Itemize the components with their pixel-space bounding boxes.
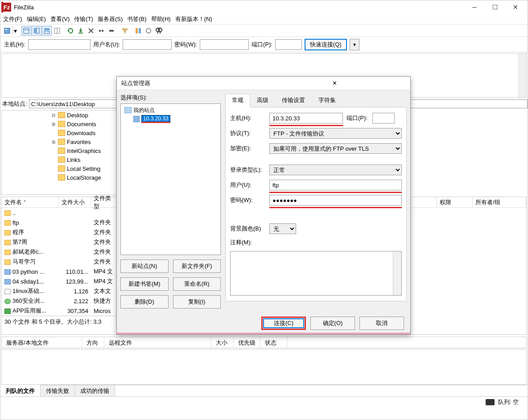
reconnect-icon[interactable] — [107, 26, 116, 36]
minimize-button[interactable]: ─ — [464, 0, 485, 14]
maximize-button[interactable]: ☐ — [485, 0, 505, 14]
compare-icon[interactable] — [133, 26, 143, 36]
menu-transfer[interactable]: 传输(T) — [74, 15, 93, 23]
sm-host-input[interactable] — [269, 113, 343, 124]
disconnect-icon[interactable] — [96, 26, 106, 36]
sm-pass-label: 密码(W): — [230, 196, 266, 204]
toggle-tree-icon[interactable] — [32, 26, 41, 36]
cancel-button[interactable]: 取消 — [359, 317, 404, 330]
tab-failed[interactable]: 传输失败 — [41, 385, 75, 396]
sync-icon[interactable] — [144, 26, 153, 36]
sm-port-input[interactable] — [372, 113, 395, 124]
sm-comments-input[interactable] — [230, 251, 402, 296]
queue-header: 服务器/本地文件 方向 远程文件 大小 优先级 状态 — [1, 337, 527, 348]
tree-item[interactable]: Downloads — [67, 130, 95, 136]
new-folder-button[interactable]: 新文件夹(F) — [173, 259, 221, 273]
menu-file[interactable]: 文件(F) — [3, 15, 22, 23]
copy-button[interactable]: 复制(I) — [173, 295, 221, 309]
password-input[interactable] — [200, 39, 249, 50]
sm-port-label: 端口(P): — [346, 114, 369, 122]
sm-pass-input[interactable] — [269, 195, 402, 206]
close-button[interactable]: ✕ — [505, 0, 526, 14]
sm-proto-select[interactable]: FTP - 文件传输协议 — [269, 128, 402, 139]
tree-item[interactable]: Favorites — [67, 139, 91, 145]
tree-item[interactable]: Documents — [67, 121, 96, 128]
new-bookmark-button[interactable]: 新建书签(M) — [120, 277, 169, 291]
svg-rect-11 — [99, 30, 101, 32]
quickconnect-bar: 主机(H): 用户名(U): 密码(W): 端口(P): 快速连接(Q) ▾ — [0, 37, 528, 52]
svg-rect-18 — [139, 28, 141, 33]
app-title: FileZilla — [14, 4, 464, 11]
tree-item[interactable]: IntelGraphics — [67, 148, 101, 154]
sites-root[interactable]: 我的站点 — [133, 107, 155, 114]
col-owner[interactable]: 所有者/组 — [473, 197, 526, 207]
sm-user-input[interactable] — [269, 180, 402, 190]
menu-server[interactable]: 服务器(S) — [98, 15, 123, 23]
qcol-dir[interactable]: 方向 — [82, 337, 104, 348]
site-tree[interactable]: 我的站点 10.3.20.33 — [120, 103, 221, 255]
qcol-server[interactable]: 服务器/本地文件 — [2, 337, 82, 348]
folder-icon — [58, 112, 65, 118]
folder-icon — [58, 165, 65, 172]
col-size[interactable]: 文件大小 — [59, 197, 91, 207]
qcol-pri[interactable]: 优先级 — [234, 337, 260, 348]
site-manager-icon[interactable] — [2, 26, 12, 36]
tab-transfer[interactable]: 传输设置 — [275, 94, 312, 107]
svg-rect-1 — [5, 29, 7, 30]
menu-bookmarks[interactable]: 书签(B) — [127, 15, 146, 23]
toggle-queue-icon[interactable] — [42, 26, 52, 36]
rename-button[interactable]: 重命名(R) — [173, 277, 221, 291]
menu-edit[interactable]: 编辑(E) — [27, 15, 46, 23]
tree-item[interactable]: Desktop — [67, 112, 88, 119]
tree-item[interactable]: Local Setting — [67, 165, 100, 172]
tab-general[interactable]: 常规 — [225, 94, 250, 107]
local-tree[interactable]: ⊟Desktop ⊞Documents Downloads ⊞Favorites… — [1, 110, 117, 195]
col-filename[interactable]: 文件名 ˄ — [2, 197, 59, 207]
queue-body[interactable] — [1, 349, 527, 385]
tree-item[interactable]: Links — [67, 156, 80, 163]
port-input[interactable] — [275, 39, 302, 50]
qcol-status[interactable]: 状态 — [260, 337, 287, 348]
dialog-close-button[interactable]: ✕ — [264, 80, 406, 86]
tab-advanced[interactable]: 高级 — [250, 94, 275, 107]
toggle-log-icon[interactable] — [21, 26, 31, 36]
host-label: 主机(H): — [4, 41, 25, 49]
sm-enc-select[interactable]: 如果可用，使用显式的 FTP over TLS — [269, 143, 402, 154]
col-perm[interactable]: 权限 — [437, 197, 473, 207]
new-site-button[interactable]: 新站点(N) — [120, 259, 169, 273]
quickconnect-button[interactable]: 快速连接(Q) — [305, 39, 347, 50]
sm-login-select[interactable]: 正常 — [269, 165, 402, 175]
menu-view[interactable]: 查看(V) — [50, 15, 70, 23]
file-icon — [4, 269, 11, 275]
filter-icon[interactable] — [120, 26, 130, 36]
statusbar: 队列: 空 — [0, 396, 528, 407]
quickconnect-dropdown[interactable]: ▾ — [350, 39, 359, 50]
refresh-icon[interactable] — [66, 26, 75, 36]
tree-item[interactable]: LocalStorage — [67, 174, 101, 181]
menu-update[interactable]: 有新版本！(N) — [175, 15, 212, 23]
host-input[interactable] — [28, 39, 91, 50]
process-queue-icon[interactable] — [76, 26, 86, 36]
menu-help[interactable]: 帮助(H) — [151, 15, 171, 23]
username-input[interactable] — [123, 39, 172, 50]
sm-enc-label: 加密(E): — [230, 144, 266, 152]
qcol-remote[interactable]: 远程文件 — [104, 337, 211, 348]
svg-rect-2 — [24, 28, 29, 33]
svg-point-19 — [146, 29, 151, 33]
tab-success[interactable]: 成功的传输 — [75, 385, 115, 396]
site-selected[interactable]: 10.3.20.33 — [141, 115, 170, 123]
connect-button[interactable]: 连接(C) — [261, 317, 306, 330]
search-icon[interactable] — [154, 26, 164, 36]
local-site-label: 本地站点: — [0, 100, 29, 108]
cancel-icon[interactable] — [86, 26, 96, 36]
tab-charset[interactable]: 字符集 — [312, 94, 342, 107]
col-type[interactable]: 文件类型 — [91, 197, 118, 207]
site-dropdown-icon[interactable]: ▾ — [12, 26, 18, 36]
scrollbar[interactable] — [518, 54, 526, 97]
sm-bg-select[interactable]: 无 — [269, 223, 296, 234]
tab-queued[interactable]: 列队的文件 — [0, 385, 41, 396]
qcol-size[interactable]: 大小 — [211, 337, 234, 348]
toolbar-icon-4[interactable] — [52, 26, 62, 36]
ok-button[interactable]: 确定(O) — [310, 317, 355, 330]
delete-button[interactable]: 删除(D) — [120, 295, 169, 309]
